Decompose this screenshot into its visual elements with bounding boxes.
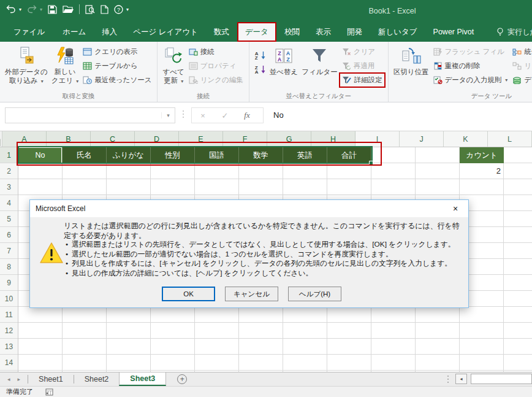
help-button[interactable]: ヘルプ(H)	[288, 287, 341, 301]
header-cell[interactable]: 国語	[195, 147, 239, 163]
cancel-button[interactable]: キャンセル	[225, 287, 278, 301]
scrollbar-grip-icon[interactable]	[447, 376, 449, 383]
tab-page-layout[interactable]: ページ レイアウト	[125, 22, 206, 42]
column-header[interactable]: B	[47, 131, 91, 147]
recent-sources-button[interactable]: 最近使ったソース	[80, 73, 154, 87]
cell-K2[interactable]: 2	[460, 163, 504, 179]
manage-data-model-button[interactable]: データ モデルの	[510, 73, 532, 87]
header-cell[interactable]: 英語	[283, 147, 327, 163]
header-cell[interactable]: ふりがな	[107, 147, 151, 163]
undo-icon[interactable]	[6, 5, 16, 13]
column-header[interactable]: G	[267, 131, 311, 147]
tab-insert[interactable]: 挿入	[94, 22, 125, 42]
row-header[interactable]: 3	[0, 179, 18, 195]
select-all-corner[interactable]	[0, 131, 2, 147]
cell-K1[interactable]: カウント	[460, 147, 504, 163]
sort-descending-button[interactable]: ZA	[253, 63, 268, 77]
column-header[interactable]: A	[2, 131, 47, 147]
row-header[interactable]: 14	[0, 355, 18, 371]
show-queries-button[interactable]: クエリの表示	[80, 45, 154, 59]
save-icon[interactable]	[48, 5, 57, 14]
sort-button[interactable]: ZAAZ 並べ替え	[268, 44, 300, 90]
row-header[interactable]: 4	[0, 195, 18, 211]
column-header[interactable]: C	[91, 131, 135, 147]
tab-power-pivot[interactable]: Power Pivot	[425, 22, 482, 42]
dialog-close-icon[interactable]: ×	[443, 200, 468, 217]
tab-new-tab[interactable]: 新しいタブ	[370, 22, 425, 42]
print-preview-icon[interactable]	[85, 5, 95, 14]
header-cell[interactable]: 性別	[151, 147, 195, 163]
from-table-button[interactable]: テーブルから	[80, 59, 154, 73]
edit-links-button[interactable]: リンクの編集	[186, 73, 246, 87]
tab-view[interactable]: 表示	[308, 22, 339, 42]
row-header[interactable]: 1	[0, 147, 18, 163]
tab-home[interactable]: ホーム	[55, 22, 94, 42]
undo-caret-icon[interactable]: ▾	[19, 7, 21, 12]
scroll-left-icon[interactable]: ◂	[455, 374, 467, 384]
formula-input[interactable]: No	[267, 107, 284, 123]
row-header[interactable]: 12	[0, 323, 18, 339]
row-header[interactable]: 11	[0, 307, 18, 323]
column-header[interactable]: I	[355, 131, 400, 147]
remove-duplicates-button[interactable]: 重複の削除	[431, 59, 511, 73]
cancel-entry-icon[interactable]: ×	[192, 111, 214, 120]
name-box-caret-icon[interactable]: ▾	[161, 112, 175, 118]
sheet-tab-sheet1[interactable]: Sheet1	[28, 372, 74, 386]
tab-formulas[interactable]: 数式	[206, 22, 237, 42]
relationships-button[interactable]: リレーションシップ	[510, 59, 532, 73]
new-document-icon[interactable]	[101, 5, 108, 14]
tell-me-box[interactable]: 実行したい作業を入力し	[496, 22, 532, 42]
redo-caret-icon[interactable]: ▾	[40, 7, 42, 12]
column-header[interactable]: F	[223, 131, 267, 147]
column-header[interactable]: K	[444, 131, 488, 147]
sheet-nav-left-icon[interactable]: ◂	[7, 376, 10, 382]
row-header[interactable]: 10	[0, 291, 18, 307]
row-header[interactable]: 2	[0, 163, 18, 179]
cell-A1[interactable]: No	[18, 147, 63, 163]
ok-button[interactable]: OK	[162, 287, 215, 301]
row-header[interactable]: 5	[0, 211, 18, 227]
reapply-filter-button[interactable]: 再適用	[340, 59, 385, 73]
new-sheet-button[interactable]: +	[177, 374, 187, 384]
tab-file[interactable]: ファイル	[4, 22, 55, 42]
tab-data[interactable]: データ	[237, 22, 276, 42]
qat-customize-icon[interactable]: ▾	[126, 7, 129, 12]
column-header[interactable]: D	[135, 131, 179, 147]
sheet-tab-sheet3[interactable]: Sheet3	[119, 372, 166, 386]
data-validation-button[interactable]: データの入力規則 ▾	[431, 73, 511, 87]
tab-review[interactable]: 校閲	[276, 22, 308, 42]
row-header[interactable]: 7	[0, 243, 18, 259]
properties-button[interactable]: プロパティ	[186, 59, 246, 73]
clear-filter-button[interactable]: クリア	[340, 45, 385, 59]
confirm-entry-icon[interactable]: ✓	[214, 111, 236, 120]
scrollbar-thumb[interactable]	[471, 374, 532, 384]
insert-function-button[interactable]: fx	[236, 110, 258, 120]
macro-record-icon[interactable]	[45, 388, 53, 396]
formula-bar-grip[interactable]	[183, 110, 184, 118]
header-cell[interactable]: 氏名	[63, 147, 107, 163]
column-header[interactable]: H	[311, 131, 355, 147]
name-box[interactable]: ▾	[5, 107, 175, 123]
row-header[interactable]: 9	[0, 275, 18, 291]
text-to-columns-button[interactable]: 区切り位置	[392, 44, 431, 90]
help-icon[interactable]: ?	[114, 5, 123, 14]
header-cell[interactable]: 数学	[239, 147, 283, 163]
row-header[interactable]: 13	[0, 339, 18, 355]
column-header[interactable]: E	[179, 131, 223, 147]
open-icon[interactable]	[63, 5, 74, 13]
row-header[interactable]: 8	[0, 259, 18, 275]
new-query-button[interactable]: 新しい クエリ ▾	[50, 44, 81, 90]
header-cell[interactable]: 合計	[327, 147, 371, 163]
flash-fill-button[interactable]: フラッシュ フィル	[431, 45, 511, 59]
column-header[interactable]: J	[400, 131, 444, 147]
refresh-all-button[interactable]: すべて 更新 ▾	[161, 44, 186, 90]
redo-icon[interactable]	[27, 5, 37, 13]
sheet-tab-sheet2[interactable]: Sheet2	[74, 372, 120, 386]
sheet-nav-right-icon[interactable]: ▸	[18, 376, 21, 382]
advanced-filter-button[interactable]: 詳細設定	[340, 73, 385, 87]
filter-button[interactable]: フィルター	[300, 44, 340, 90]
row-header[interactable]: 6	[0, 227, 18, 243]
consolidate-button[interactable]: 統合	[510, 45, 532, 59]
connections-button[interactable]: 接続	[186, 45, 246, 59]
sort-ascending-button[interactable]: AZ	[253, 48, 268, 63]
